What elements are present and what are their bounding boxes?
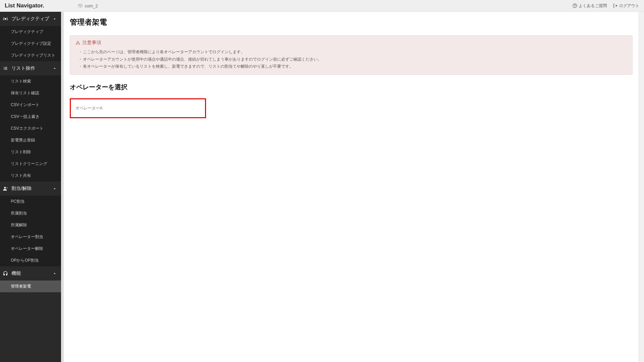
- operator-label: オペレーターA: [76, 106, 103, 110]
- header-right: よくあるご質問 ログアウト: [573, 3, 639, 9]
- list-icon: [3, 66, 8, 71]
- page-scrollbar[interactable]: [639, 12, 644, 362]
- nav-item-op-to-op[interactable]: OPからOP割当: [0, 255, 61, 266]
- header-left: List Navigator. com_2: [5, 2, 98, 9]
- notice-alert: 注意事項 ここから先のページは、管理者権限により各オペレーターアカウントでログイ…: [70, 35, 633, 75]
- page-title: 管理者架電: [70, 17, 633, 27]
- nav-item-op-release[interactable]: オペレーター解除: [0, 243, 61, 255]
- chevron-up-icon: [52, 271, 57, 276]
- headset-icon: [3, 271, 8, 276]
- nav-item-dnc[interactable]: 架電禁止登録: [0, 134, 61, 146]
- alert-item: オペレーターアカウントが使用中の場合や通話中の場合、接続が切れてしまう事がありま…: [78, 56, 627, 63]
- nav-header-function[interactable]: 機能: [0, 266, 61, 281]
- alert-title: 注意事項: [76, 40, 627, 46]
- nav-header-assign[interactable]: 割当/解除: [0, 182, 61, 196]
- person-remove-icon: [3, 186, 8, 191]
- nav-item-op-assign[interactable]: オペレーター割当: [0, 231, 61, 243]
- nav-item-held-list[interactable]: 保有リスト確認: [0, 87, 61, 99]
- nav-item-list-delete[interactable]: リスト削除: [0, 146, 61, 158]
- nav-group-label: プレディクティブ: [11, 16, 49, 22]
- faq-label: よくあるご質問: [579, 3, 607, 9]
- nav-item-pc-assign[interactable]: PC割当: [0, 196, 61, 207]
- nav-header-predictive[interactable]: プレディクティブ: [0, 12, 61, 26]
- company-selector[interactable]: com_2: [78, 3, 98, 8]
- broadcast-icon: [3, 16, 8, 22]
- sidebar: プレディクティブ プレディクティブ プレディクティブ設定 プレディクティブリスト…: [0, 12, 61, 362]
- svg-point-1: [575, 7, 575, 7]
- nav-item-csv-import[interactable]: CSVインポート: [0, 99, 61, 111]
- chevron-up-icon: [52, 186, 57, 191]
- nav-item-dept-release[interactable]: 所属解除: [0, 219, 61, 231]
- nav-item-predictive-list[interactable]: プレディクティブリスト: [0, 50, 61, 61]
- nav-item-predictive-settings[interactable]: プレディクティブ設定: [0, 38, 61, 50]
- chevron-up-icon: [52, 17, 57, 21]
- alert-item: 各オペレーターが保有しているリストを検索し、架電できますので、リストの割当てや解…: [78, 63, 627, 70]
- logout-link[interactable]: ログアウト: [613, 3, 639, 9]
- faq-link[interactable]: よくあるご質問: [573, 3, 607, 9]
- nav-group-label: リスト操作: [11, 65, 35, 71]
- nav-item-csv-export[interactable]: CSVエクスポート: [0, 123, 61, 134]
- nav-item-admin-call[interactable]: 管理者架電: [0, 281, 61, 292]
- nav-group-assign: 割当/解除 PC割当 所属割当 所属解除 オペレーター割当 オペレーター解除 O…: [0, 182, 61, 266]
- sidebar-scrollbar[interactable]: [61, 12, 64, 362]
- nav-item-list-search[interactable]: リスト検索: [0, 75, 61, 87]
- nav-header-list[interactable]: リスト操作: [0, 61, 61, 75]
- app-logo: List Navigator.: [5, 2, 44, 9]
- section-title: オペレーターを選択: [70, 83, 633, 92]
- nav-item-list-cleaning[interactable]: リストクリーニング: [0, 158, 61, 170]
- nav-group-predictive: プレディクティブ プレディクティブ プレディクティブ設定 プレディクティブリスト: [0, 12, 61, 61]
- nav-item-csv-overwrite[interactable]: CSV一括上書き: [0, 111, 61, 123]
- nav-group-label: 割当/解除: [11, 186, 32, 192]
- warning-icon: [76, 40, 80, 45]
- nav-item-dept-assign[interactable]: 所属割当: [0, 207, 61, 219]
- app-header: List Navigator. com_2 よくあるご質問 ログアウト: [0, 0, 644, 12]
- main-content: 管理者架電 注意事項 ここから先のページは、管理者権限により各オペレーターアカウ…: [64, 12, 639, 362]
- main-layout: プレディクティブ プレディクティブ プレディクティブ設定 プレディクティブリスト…: [0, 12, 644, 362]
- logout-icon: [613, 3, 618, 8]
- alert-title-text: 注意事項: [82, 40, 101, 46]
- operator-card[interactable]: オペレーターA: [70, 98, 206, 118]
- alert-item: ここから先のページは、管理者権限により各オペレーターアカウントでログインします。: [78, 48, 627, 56]
- company-name: com_2: [85, 3, 98, 8]
- alert-list: ここから先のページは、管理者権限により各オペレーターアカウントでログインします。…: [76, 48, 627, 70]
- help-icon: [573, 3, 577, 8]
- cube-icon: [78, 3, 83, 8]
- logout-label: ログアウト: [619, 3, 639, 9]
- nav-item-list-share[interactable]: リスト共有: [0, 170, 61, 182]
- nav-group-label: 機能: [11, 270, 21, 276]
- nav-group-function: 機能 管理者架電: [0, 266, 61, 292]
- nav-item-predictive[interactable]: プレディクティブ: [0, 26, 61, 38]
- chevron-up-icon: [52, 66, 57, 71]
- nav-group-list: リスト操作 リスト検索 保有リスト確認 CSVインポート CSV一括上書き CS…: [0, 61, 61, 182]
